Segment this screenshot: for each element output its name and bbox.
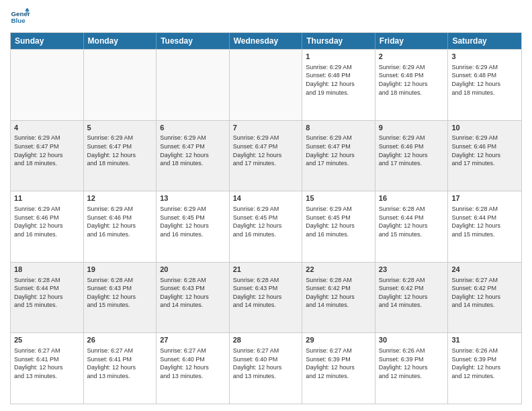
cal-cell: 28Sunrise: 6:27 AMSunset: 6:40 PMDayligh… xyxy=(230,333,303,404)
day-number: 9 xyxy=(379,123,445,133)
cell-info: Sunrise: 6:27 AMSunset: 6:41 PMDaylight:… xyxy=(14,347,80,380)
day-number: 31 xyxy=(451,335,518,345)
day-number: 24 xyxy=(451,265,518,275)
cal-cell: 7Sunrise: 6:29 AMSunset: 6:47 PMDaylight… xyxy=(230,121,303,191)
cal-header-wednesday: Wednesday xyxy=(230,33,303,49)
calendar-header-row: SundayMondayTuesdayWednesdayThursdayFrid… xyxy=(11,33,521,49)
cal-row-4: 25Sunrise: 6:27 AMSunset: 6:41 PMDayligh… xyxy=(11,332,521,404)
cal-header-thursday: Thursday xyxy=(302,33,375,49)
cell-info: Sunrise: 6:29 AMSunset: 6:48 PMDaylight:… xyxy=(306,63,371,97)
cell-info: Sunrise: 6:29 AMSunset: 6:46 PMDaylight:… xyxy=(87,205,153,238)
cell-info: Sunrise: 6:27 AMSunset: 6:40 PMDaylight:… xyxy=(160,347,226,380)
day-number: 19 xyxy=(87,265,153,275)
day-number: 10 xyxy=(451,123,518,133)
cell-info: Sunrise: 6:26 AMSunset: 6:39 PMDaylight:… xyxy=(451,347,518,380)
cell-info: Sunrise: 6:27 AMSunset: 6:40 PMDaylight:… xyxy=(233,347,299,380)
cal-cell: 14Sunrise: 6:29 AMSunset: 6:45 PMDayligh… xyxy=(230,191,303,262)
cell-info: Sunrise: 6:28 AMSunset: 6:43 PMDaylight:… xyxy=(233,276,299,310)
cal-row-2: 11Sunrise: 6:29 AMSunset: 6:46 PMDayligh… xyxy=(11,191,521,262)
cell-info: Sunrise: 6:29 AMSunset: 6:46 PMDaylight:… xyxy=(379,134,445,167)
cal-cell: 25Sunrise: 6:27 AMSunset: 6:41 PMDayligh… xyxy=(11,333,84,404)
cell-info: Sunrise: 6:26 AMSunset: 6:39 PMDaylight:… xyxy=(379,347,445,380)
cell-info: Sunrise: 6:27 AMSunset: 6:42 PMDaylight:… xyxy=(451,276,518,310)
cell-info: Sunrise: 6:29 AMSunset: 6:48 PMDaylight:… xyxy=(379,63,445,97)
cal-cell: 10Sunrise: 6:29 AMSunset: 6:46 PMDayligh… xyxy=(448,121,521,191)
cell-info: Sunrise: 6:29 AMSunset: 6:47 PMDaylight:… xyxy=(160,134,226,167)
cell-info: Sunrise: 6:28 AMSunset: 6:42 PMDaylight:… xyxy=(379,276,445,310)
cal-header-monday: Monday xyxy=(84,33,157,49)
cell-info: Sunrise: 6:29 AMSunset: 6:45 PMDaylight:… xyxy=(233,205,299,238)
cal-cell xyxy=(84,50,157,120)
day-number: 6 xyxy=(160,123,226,133)
cell-info: Sunrise: 6:29 AMSunset: 6:46 PMDaylight:… xyxy=(451,134,518,167)
cal-cell: 31Sunrise: 6:26 AMSunset: 6:39 PMDayligh… xyxy=(448,333,521,404)
cal-header-friday: Friday xyxy=(375,33,449,49)
cal-row-1: 4Sunrise: 6:29 AMSunset: 6:47 PMDaylight… xyxy=(11,120,521,191)
cal-cell: 27Sunrise: 6:27 AMSunset: 6:40 PMDayligh… xyxy=(157,333,230,404)
day-number: 14 xyxy=(233,193,299,203)
svg-text:Blue: Blue xyxy=(11,17,26,24)
cal-cell: 15Sunrise: 6:29 AMSunset: 6:45 PMDayligh… xyxy=(302,191,375,262)
day-number: 21 xyxy=(233,265,299,275)
logo: General Blue xyxy=(10,7,30,27)
cell-info: Sunrise: 6:29 AMSunset: 6:46 PMDaylight:… xyxy=(14,205,80,238)
day-number: 13 xyxy=(160,193,226,203)
cal-cell: 8Sunrise: 6:29 AMSunset: 6:47 PMDaylight… xyxy=(302,121,375,191)
day-number: 4 xyxy=(14,123,80,133)
cal-cell: 18Sunrise: 6:28 AMSunset: 6:44 PMDayligh… xyxy=(11,263,84,333)
cal-cell: 11Sunrise: 6:29 AMSunset: 6:46 PMDayligh… xyxy=(11,191,84,262)
cell-info: Sunrise: 6:28 AMSunset: 6:43 PMDaylight:… xyxy=(160,276,226,310)
day-number: 25 xyxy=(14,335,80,345)
day-number: 20 xyxy=(160,265,226,275)
cell-info: Sunrise: 6:29 AMSunset: 6:45 PMDaylight:… xyxy=(160,205,226,238)
calendar: SundayMondayTuesdayWednesdayThursdayFrid… xyxy=(10,32,522,404)
cal-cell: 6Sunrise: 6:29 AMSunset: 6:47 PMDaylight… xyxy=(157,121,230,191)
cell-info: Sunrise: 6:27 AMSunset: 6:39 PMDaylight:… xyxy=(306,347,371,380)
day-number: 15 xyxy=(306,193,371,203)
cal-header-sunday: Sunday xyxy=(11,33,84,49)
cal-row-0: 1Sunrise: 6:29 AMSunset: 6:48 PMDaylight… xyxy=(11,49,521,120)
cal-cell: 26Sunrise: 6:27 AMSunset: 6:41 PMDayligh… xyxy=(84,333,157,404)
cal-cell: 29Sunrise: 6:27 AMSunset: 6:39 PMDayligh… xyxy=(302,333,375,404)
day-number: 1 xyxy=(306,52,371,62)
header: General Blue xyxy=(10,7,522,27)
cal-cell: 21Sunrise: 6:28 AMSunset: 6:43 PMDayligh… xyxy=(230,263,303,333)
cal-cell xyxy=(11,50,84,120)
cal-cell: 4Sunrise: 6:29 AMSunset: 6:47 PMDaylight… xyxy=(11,121,84,191)
cell-info: Sunrise: 6:28 AMSunset: 6:44 PMDaylight:… xyxy=(14,276,80,310)
cell-info: Sunrise: 6:28 AMSunset: 6:44 PMDaylight:… xyxy=(451,205,518,238)
day-number: 7 xyxy=(233,123,299,133)
day-number: 27 xyxy=(160,335,226,345)
cal-cell: 1Sunrise: 6:29 AMSunset: 6:48 PMDaylight… xyxy=(302,50,375,120)
day-number: 23 xyxy=(379,265,445,275)
day-number: 2 xyxy=(379,52,445,62)
day-number: 11 xyxy=(14,193,80,203)
day-number: 28 xyxy=(233,335,299,345)
cell-info: Sunrise: 6:28 AMSunset: 6:43 PMDaylight:… xyxy=(87,276,153,310)
cal-header-saturday: Saturday xyxy=(448,33,521,49)
cal-cell: 12Sunrise: 6:29 AMSunset: 6:46 PMDayligh… xyxy=(84,191,157,262)
cal-cell xyxy=(230,50,303,120)
cal-header-tuesday: Tuesday xyxy=(157,33,230,49)
day-number: 18 xyxy=(14,265,80,275)
day-number: 8 xyxy=(306,123,371,133)
cal-cell: 22Sunrise: 6:28 AMSunset: 6:42 PMDayligh… xyxy=(302,263,375,333)
cal-cell xyxy=(157,50,230,120)
cell-info: Sunrise: 6:27 AMSunset: 6:41 PMDaylight:… xyxy=(87,347,153,380)
cal-cell: 20Sunrise: 6:28 AMSunset: 6:43 PMDayligh… xyxy=(157,263,230,333)
cal-cell: 17Sunrise: 6:28 AMSunset: 6:44 PMDayligh… xyxy=(448,191,521,262)
cal-row-3: 18Sunrise: 6:28 AMSunset: 6:44 PMDayligh… xyxy=(11,262,521,333)
day-number: 3 xyxy=(451,52,518,62)
cal-cell: 23Sunrise: 6:28 AMSunset: 6:42 PMDayligh… xyxy=(375,263,449,333)
cell-info: Sunrise: 6:29 AMSunset: 6:48 PMDaylight:… xyxy=(451,63,518,97)
cal-cell: 30Sunrise: 6:26 AMSunset: 6:39 PMDayligh… xyxy=(375,333,449,404)
day-number: 12 xyxy=(87,193,153,203)
day-number: 22 xyxy=(306,265,371,275)
calendar-body: 1Sunrise: 6:29 AMSunset: 6:48 PMDaylight… xyxy=(11,49,521,404)
cal-cell: 13Sunrise: 6:29 AMSunset: 6:45 PMDayligh… xyxy=(157,191,230,262)
cal-cell: 16Sunrise: 6:28 AMSunset: 6:44 PMDayligh… xyxy=(375,191,449,262)
day-number: 30 xyxy=(379,335,445,345)
cal-cell: 19Sunrise: 6:28 AMSunset: 6:43 PMDayligh… xyxy=(84,263,157,333)
cell-info: Sunrise: 6:29 AMSunset: 6:47 PMDaylight:… xyxy=(87,134,153,167)
day-number: 29 xyxy=(306,335,371,345)
